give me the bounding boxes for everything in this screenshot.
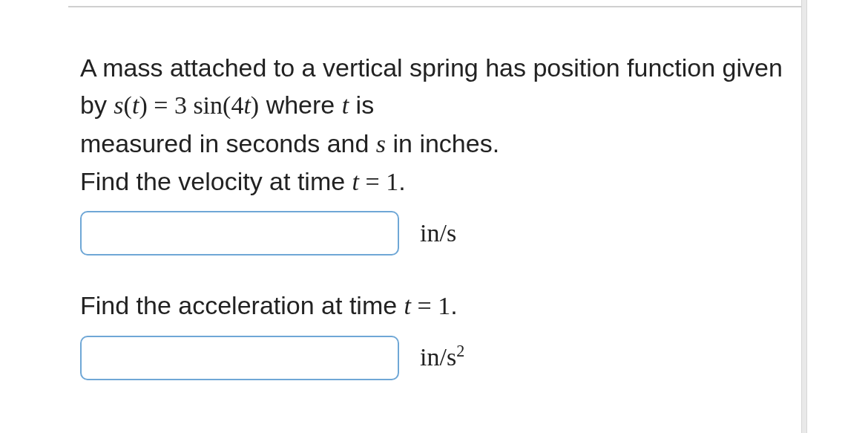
text: measured in seconds and bbox=[80, 129, 376, 157]
unit-velocity: in/s bbox=[420, 215, 456, 252]
text: Find the velocity at time bbox=[80, 167, 352, 195]
math-sin: sin bbox=[193, 91, 223, 119]
text-is: is bbox=[349, 91, 374, 119]
text-where: where bbox=[259, 91, 342, 119]
acceleration-input[interactable] bbox=[80, 336, 399, 380]
math-paren-open: ( bbox=[124, 91, 132, 119]
math-fn-s: s bbox=[114, 91, 123, 119]
math-equals: = bbox=[148, 91, 174, 119]
math-equals-3: = bbox=[411, 292, 438, 319]
question-1-prompt: Find the velocity at time t = 1. bbox=[80, 163, 792, 201]
problem-statement-line2: measured in seconds and s in inches. bbox=[80, 125, 792, 163]
question-2-prompt: Find the acceleration at time t = 1. bbox=[80, 287, 792, 325]
math-var-t-4: t bbox=[352, 168, 359, 195]
scrollbar-rail[interactable] bbox=[801, 0, 807, 433]
math-var-t: t bbox=[132, 91, 139, 119]
unit-acceleration: in/s2 bbox=[420, 339, 464, 376]
math-var-s: s bbox=[376, 130, 386, 157]
text: Find the acceleration at time bbox=[80, 291, 404, 319]
period: . bbox=[450, 291, 457, 319]
question-content: A mass attached to a vertical spring has… bbox=[80, 49, 792, 385]
text: in inches. bbox=[386, 129, 499, 157]
math-paren-close: ) bbox=[139, 91, 147, 119]
unit-base: in/s bbox=[420, 343, 456, 371]
question-page: A mass attached to a vertical spring has… bbox=[0, 0, 868, 433]
velocity-input[interactable] bbox=[80, 211, 399, 255]
answer-row-velocity: in/s bbox=[80, 211, 792, 255]
math-var-t-5: t bbox=[404, 292, 411, 319]
math-paren-open-2: ( bbox=[223, 91, 231, 119]
problem-statement-line1: A mass attached to a vertical spring has… bbox=[80, 49, 792, 125]
math-coef-4: 4 bbox=[231, 91, 243, 119]
math-var-t-2: t bbox=[243, 91, 250, 119]
math-val-1: 1 bbox=[386, 168, 398, 195]
math-var-t-3: t bbox=[342, 91, 349, 119]
spacer bbox=[80, 260, 792, 287]
divider-top bbox=[68, 6, 803, 7]
math-paren-close-2: ) bbox=[251, 91, 259, 119]
answer-row-acceleration: in/s2 bbox=[80, 336, 792, 380]
unit-exp: 2 bbox=[456, 342, 464, 360]
math-coef-3: 3 bbox=[174, 91, 187, 119]
period: . bbox=[398, 167, 405, 195]
math-val-1b: 1 bbox=[438, 292, 450, 319]
math-equals-2: = bbox=[359, 168, 386, 195]
